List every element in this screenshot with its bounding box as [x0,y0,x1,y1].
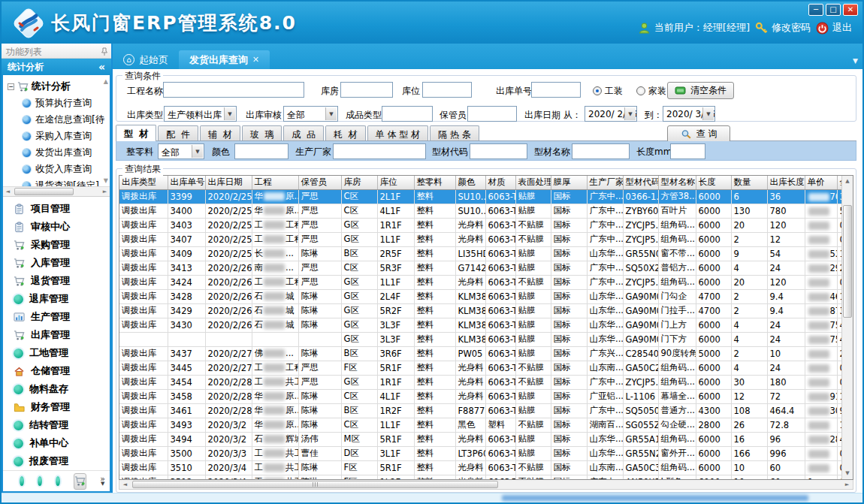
table-row[interactable]: 调拨出库34132020/2/26南...严思C区5R3F整料G71422606… [119,261,841,275]
sidebar-item-报废管理[interactable]: 报废管理 [3,452,110,470]
tree-item[interactable]: 采购入库查询 [8,128,99,144]
table-row[interactable]: 调拨出库34032020/2/25工工程严思G区1R1F整料光身料6063-T5… [119,218,841,232]
audit-select[interactable]: 全部▼ [283,106,338,122]
table-row[interactable]: 调拨出库34942020/3/2石辉城汤伟M区5R1F整料光身料6063-T5贴… [119,432,841,446]
scroll-down-icon[interactable]: ▼ [842,468,853,479]
table-row[interactable]: 调拨出库35122020/3/4工共工程陈琳F区1L2F整料光身料6063-T5… [119,475,841,479]
sidebar-more-button[interactable]: »▼ [100,476,105,487]
maximize-button[interactable]: □ [826,4,841,16]
sidebar-item-退库管理[interactable]: 退库管理 [3,290,110,308]
tree-root[interactable]: − 统计分析 [8,78,99,95]
column-header[interactable]: 长度 [696,176,731,189]
sidebar-group-header[interactable]: 统计分析 « [2,59,111,75]
tab-overflow-icon[interactable]: ▼ [853,57,858,65]
column-header[interactable]: 颜色 [455,176,485,189]
material-tab[interactable]: 单 体 型 材 [367,125,428,140]
manufacturer-input[interactable] [333,143,426,159]
table-row[interactable]: 调拨出库34612020/2/28华原...陈琳B区1R2F整料F8877FT6… [119,403,841,418]
table-row[interactable]: 调拨出库34282020/2/26石城陈琳G区2L4F整料KLM38176063… [119,289,841,303]
column-header[interactable]: 出库长度 [767,176,805,189]
profile-code-input[interactable] [470,143,527,159]
date-to-select[interactable]: 2020/ 3/16▼ [663,106,715,122]
logout-button[interactable]: 退出 [816,21,852,35]
search-button[interactable]: 查 询 [667,125,730,143]
close-button[interactable]: ✕ [843,4,858,16]
tree-item[interactable]: 预算执行查询 [8,95,99,111]
tree-scroll-down-icon[interactable]: ▼ [104,177,108,184]
vertical-scroll-thumb[interactable] [843,205,852,318]
table-row[interactable]: 调拨出库34542020/2/28工共工程严思G区1R1F整料光身料6063-T… [119,375,841,389]
material-tab[interactable]: 耗 材 [325,125,366,140]
radio-off-icon[interactable] [636,86,645,95]
column-header[interactable]: 表面处理 [515,176,551,189]
tab-home[interactable]: ⌂ 起始页 [113,50,179,69]
sidebar-item-项目管理[interactable]: 项目管理 [3,200,110,218]
scroll-left-icon[interactable]: ◄ [119,480,131,489]
column-header[interactable]: 膜厚 [551,176,587,189]
sidebar-item-入库管理[interactable]: 入库管理 [3,254,110,272]
column-header[interactable]: 库房 [341,176,377,189]
material-tab[interactable]: 玻 璃 [242,125,282,140]
sidebar-item-仓储管理[interactable]: 仓储管理 [3,362,110,380]
collapse-icon[interactable]: « [98,61,105,73]
table-row[interactable]: 调拨出库34302020/2/26石城陈琳G区3L3F整料KLM38176063… [119,318,841,332]
warehouse-input[interactable] [340,82,393,98]
sidebar-item-退货管理[interactable]: 退货管理 [3,272,110,290]
tree-scroll-up-icon[interactable]: ▲ [104,78,108,85]
sidebar-footer-cart-button[interactable] [74,473,86,490]
column-header[interactable]: 型材名称 [658,176,696,189]
column-header[interactable]: 保管员 [298,176,341,189]
column-header[interactable]: 型材代码 [623,176,658,189]
scroll-right-icon[interactable]: ► [100,189,110,195]
table-row[interactable]: 调拨出库35002020/3/3工共工程曹佳D区3L1F整料LT3P606063… [119,446,841,460]
column-header[interactable]: 生产厂家 [587,176,623,189]
vertical-scrollbar[interactable]: ▲ ▼ [841,176,853,479]
table-row[interactable]: 调拨出库34452020/2/27工工程严思F区5R1F整料光身料6063-T5… [119,361,841,375]
radio-on-icon[interactable] [593,86,602,95]
material-tab[interactable]: 配 件 [158,125,198,140]
module-dot-icon[interactable] [56,476,60,486]
column-header[interactable]: 库位 [377,176,414,189]
table-row[interactable]: 调拨出库33992020/2/25华原...严思C区2L1F整料SU10...6… [119,189,841,204]
column-header[interactable]: 出库日期 [205,176,252,189]
tree-item[interactable]: 收货入库查询 [8,161,99,177]
scroll-left-icon[interactable]: ◄ [3,189,13,195]
length-input[interactable] [670,143,705,159]
project-name-input[interactable] [163,82,304,98]
profile-name-input[interactable] [572,143,630,159]
location-input[interactable] [422,82,472,98]
radio-industrial[interactable]: 工装 [593,85,623,98]
column-header[interactable]: 整零料 [414,176,455,189]
column-header[interactable]: 出库单号 [168,176,205,189]
horizontal-scrollbar[interactable]: ◄ ► [119,480,853,490]
table-row[interactable]: 调拨出库34292020/2/26石城陈琳G区5R2F整料KLM38176063… [119,303,841,318]
minimize-button[interactable]: ─ [808,4,823,16]
sidebar-item-结转管理[interactable]: 结转管理 [3,416,110,434]
column-header[interactable]: 金额 [837,176,841,189]
radio-home[interactable]: 家装 [636,85,666,98]
column-header[interactable]: 数量 [731,176,767,189]
whole-part-select[interactable]: 全部▼ [158,143,204,159]
sidebar-item-出库管理[interactable]: 出库管理 [3,326,110,344]
table-row[interactable]: 调拨出库35102020/3/4工共工程陈琳F区5R1F整料光身料6063-T5… [119,460,841,475]
column-header[interactable]: 材质 [485,176,515,189]
color-input[interactable] [234,143,289,159]
sidebar-item-补单中心[interactable]: 补单中心 [3,434,110,452]
material-tab[interactable]: 辅 材 [200,125,240,140]
tree-item[interactable]: 发货出库查询 [8,144,99,161]
tree-scroll-thumb[interactable] [14,188,74,195]
module-dot-icon[interactable] [20,476,24,486]
material-tab[interactable]: 隔 热 条 [430,125,479,140]
horizontal-scroll-thumb[interactable] [132,481,498,488]
keeper-input[interactable] [467,106,517,122]
table-row[interactable]: 调拨出库34092020/2/25长...陈琳B区2R5F整料LI35HD606… [119,246,841,261]
change-password-button[interactable]: 修改密码 [755,21,811,35]
table-row[interactable]: 调拨出库34582020/2/28华原...陈琳C区4L1F整料光身料6063-… [119,389,841,403]
material-tab[interactable]: 型 材 [116,125,156,141]
module-dot-icon[interactable] [38,476,42,486]
tree-horizontal-scrollbar[interactable]: ◄ ► [3,186,110,196]
sidebar-item-物料盘存[interactable]: 物料盘存 [3,380,110,398]
table-row[interactable]: 调拨出库34242020/2/26工工程严思G区1L1F整料光身料6063-T5… [119,275,841,289]
scroll-up-icon[interactable]: ▲ [842,176,853,187]
table-row[interactable]: G区3L3F整料KLM38176063-T5贴膜国标山东华...GA90M09.… [119,332,841,346]
